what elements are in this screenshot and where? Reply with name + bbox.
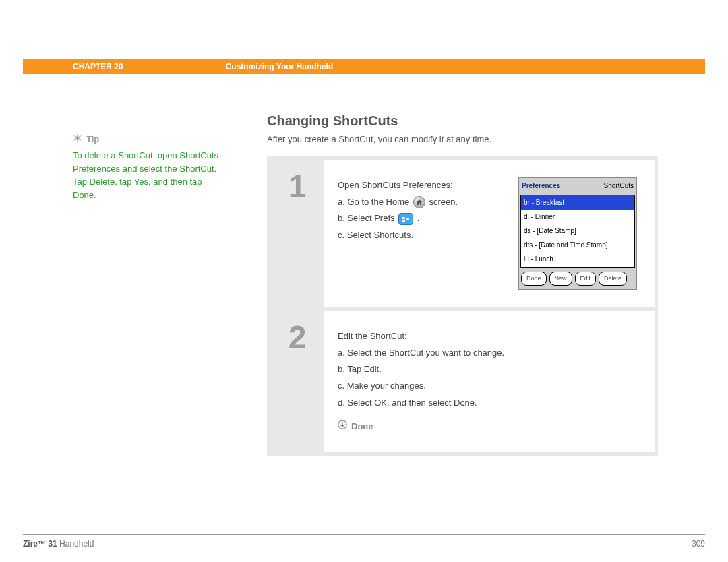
list-item: dts - [Date and Time Stamp] <box>521 238 634 252</box>
chapter-header: CHAPTER 20 Customizing Your Handheld <box>23 59 705 74</box>
step-num-col: 1 <box>270 160 324 307</box>
page-title: Changing ShortCuts <box>267 113 658 129</box>
tip-label: Tip <box>86 134 99 144</box>
tip-sidebar: Tip To delete a ShortCut, open ShortCuts… <box>73 133 221 201</box>
step-1a: a. Go to the Home screen. <box>338 194 505 211</box>
step-2a: a. Select the ShortCut you want to chang… <box>338 345 637 362</box>
step-1: 1 Open ShortCuts Preferences: a. Go to t… <box>270 160 655 307</box>
device-subtitle: ShortCuts <box>604 179 634 192</box>
step-2: 2 Edit the ShortCut: a. Select the Short… <box>270 311 655 452</box>
asterisk-icon <box>73 133 82 145</box>
prefs-icon <box>398 213 413 225</box>
list-item: lu - Lunch <box>521 252 634 266</box>
page-footer: Zire™ 31 Handheld 309 <box>23 534 705 549</box>
done-label: Done <box>351 418 373 435</box>
page-number: 309 <box>692 539 705 549</box>
step-1c: c. Select Shortcuts. <box>338 227 505 244</box>
device-header: Preferences ShortCuts <box>519 178 636 193</box>
step-body: Open ShortCuts Preferences: a. Go to the… <box>324 160 655 307</box>
steps-container: 1 Open ShortCuts Preferences: a. Go to t… <box>267 156 658 456</box>
home-icon <box>413 196 425 208</box>
chapter-label: CHAPTER 20 <box>23 62 123 71</box>
intro-text: After you create a ShortCut, you can mod… <box>267 134 658 144</box>
device-buttons: Done New Edit Delete <box>519 269 636 289</box>
step-1b: b. Select Prefs . <box>338 210 505 227</box>
tip-heading: Tip <box>73 133 221 145</box>
step-num-col: 2 <box>270 311 324 452</box>
step-number: 2 <box>289 311 307 356</box>
step-text: Open ShortCuts Preferences: a. Go to the… <box>338 177 505 244</box>
list-item: ds - [Date Stamp] <box>521 224 634 238</box>
device-title: Preferences <box>522 179 560 192</box>
device-new-button: New <box>549 272 572 286</box>
device-screenshot: Preferences ShortCuts br - Breakfast di … <box>518 177 637 290</box>
done-indicator: Done <box>338 418 637 435</box>
device-list: br - Breakfast di - Dinner ds - [Date St… <box>520 195 635 268</box>
step-text: Edit the ShortCut: a. Select the ShortCu… <box>338 328 637 435</box>
svg-rect-0 <box>402 217 405 219</box>
main-content: Changing ShortCuts After you create a Sh… <box>267 113 658 456</box>
step-lead: Open ShortCuts Preferences: <box>338 177 505 194</box>
list-item: di - Dinner <box>521 210 634 224</box>
step-2b: b. Tap Edit. <box>338 361 637 378</box>
device-edit-button: Edit <box>575 272 597 286</box>
svg-rect-1 <box>402 220 405 222</box>
tip-text: To delete a ShortCut, open ShortCuts Pre… <box>73 149 221 201</box>
svg-point-2 <box>406 218 409 220</box>
step-number: 1 <box>289 160 307 205</box>
device-delete-button: Delete <box>599 272 627 286</box>
step-body: Edit the ShortCut: a. Select the ShortCu… <box>324 311 655 452</box>
step-lead: Edit the ShortCut: <box>338 328 637 345</box>
step-2c: c. Make your changes. <box>338 378 637 395</box>
product-name: Zire™ 31 Handheld <box>23 539 94 549</box>
section-title: Customizing Your Handheld <box>123 62 334 71</box>
list-item: me - Meeting <box>521 266 634 268</box>
step-2d: d. Select OK, and then select Done. <box>338 395 637 412</box>
down-arrow-icon <box>338 418 347 435</box>
list-item: br - Breakfast <box>521 195 634 210</box>
device-done-button: Done <box>521 272 547 286</box>
